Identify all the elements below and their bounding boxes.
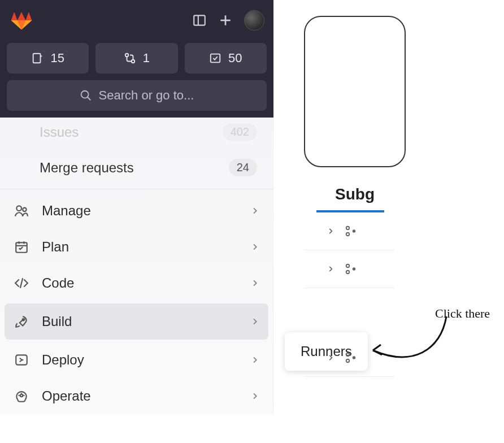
- operate-icon: [14, 388, 29, 404]
- svg-point-5: [125, 54, 129, 57]
- svg-point-22: [353, 229, 356, 233]
- svg-line-16: [20, 278, 23, 288]
- nav-label: Plan: [42, 239, 69, 255]
- chevron-right-icon: [250, 392, 259, 401]
- counters-row: 15 1 50: [0, 41, 273, 73]
- chevron-right-icon: [250, 206, 259, 215]
- counter-assigned-mrs[interactable]: 15: [7, 43, 89, 73]
- svg-line-9: [87, 97, 90, 101]
- chevron-right-icon: [250, 317, 259, 326]
- users-icon: [14, 203, 29, 219]
- subgroup-row[interactable]: [304, 250, 394, 288]
- deploy-icon: [14, 352, 29, 368]
- counter-value: 1: [143, 51, 150, 66]
- svg-point-21: [346, 233, 350, 236]
- svg-rect-0: [194, 15, 205, 25]
- nav-label: Merge requests: [40, 160, 134, 176]
- top-bar-actions: [192, 10, 264, 31]
- tab-subgroups[interactable]: Subg: [304, 185, 406, 208]
- svg-rect-7: [211, 54, 220, 63]
- user-avatar[interactable]: [244, 10, 264, 31]
- counter-todos[interactable]: 50: [185, 43, 267, 73]
- nav-label: Issues: [40, 124, 79, 140]
- nav-label: Build: [42, 314, 72, 329]
- nav-item-deploy[interactable]: Deploy: [0, 342, 273, 378]
- svg-point-11: [23, 208, 26, 212]
- nav-item-operate[interactable]: Operate: [0, 378, 273, 414]
- calendar-icon: [14, 239, 29, 255]
- nav-label: Operate: [42, 388, 91, 404]
- subgroup-icon: [345, 351, 357, 364]
- search-container: Search or go to...: [0, 73, 273, 118]
- svg-point-28: [353, 356, 356, 359]
- chevron-right-icon: [250, 279, 259, 288]
- nav-item-code[interactable]: Code: [0, 265, 273, 301]
- gitlab-logo-icon[interactable]: [9, 8, 34, 33]
- search-placeholder: Search or go to...: [99, 88, 194, 103]
- svg-point-8: [81, 91, 88, 98]
- search-input[interactable]: Search or go to...: [7, 80, 267, 111]
- subgroup-icon: [345, 263, 357, 275]
- chevron-right-icon: [327, 354, 334, 362]
- svg-point-19: [20, 394, 23, 397]
- counter-value: 15: [50, 51, 64, 66]
- nav-item-build[interactable]: Build: [5, 303, 268, 340]
- top-bar: [0, 0, 273, 41]
- svg-point-25: [353, 267, 356, 271]
- svg-point-23: [346, 264, 350, 268]
- rocket-icon: [14, 314, 29, 329]
- subgroup-row[interactable]: [304, 212, 394, 250]
- counter-value: 50: [228, 51, 242, 66]
- sidebar: 15 1 50 Search or go to...: [0, 0, 273, 443]
- svg-point-27: [346, 359, 350, 363]
- plus-icon[interactable]: [218, 13, 233, 28]
- chevron-right-icon: [327, 227, 334, 235]
- nav-label: Manage: [42, 203, 91, 219]
- chevron-right-icon: [327, 265, 334, 273]
- svg-point-10: [16, 206, 21, 211]
- chevron-right-icon: [250, 242, 259, 251]
- annotation-text: Click there: [435, 306, 490, 321]
- nav-list: Issues 402 Merge requests 24 Manage: [0, 118, 273, 414]
- divider: [0, 189, 273, 189]
- search-icon: [80, 89, 92, 102]
- counter-review-mrs[interactable]: 1: [95, 43, 177, 73]
- chevron-right-icon: [250, 355, 259, 364]
- nav-item-manage[interactable]: Manage: [0, 193, 273, 229]
- nav-item-plan[interactable]: Plan: [0, 229, 273, 265]
- svg-rect-4: [33, 54, 41, 63]
- mr-count-badge: 24: [229, 159, 257, 176]
- svg-point-20: [346, 227, 350, 230]
- panel-toggle-icon[interactable]: [192, 13, 207, 28]
- issues-count-badge: 402: [223, 123, 257, 141]
- group-avatar-placeholder: [304, 16, 406, 167]
- subgroup-icon: [345, 225, 357, 237]
- svg-point-26: [346, 353, 350, 357]
- code-icon: [14, 275, 29, 291]
- nav-label: Code: [42, 275, 74, 291]
- nav-item-issues[interactable]: Issues 402: [0, 118, 273, 150]
- nav-item-merge-requests[interactable]: Merge requests 24: [0, 150, 273, 185]
- svg-point-6: [132, 60, 135, 63]
- nav-label: Deploy: [42, 352, 84, 368]
- svg-point-24: [346, 271, 350, 274]
